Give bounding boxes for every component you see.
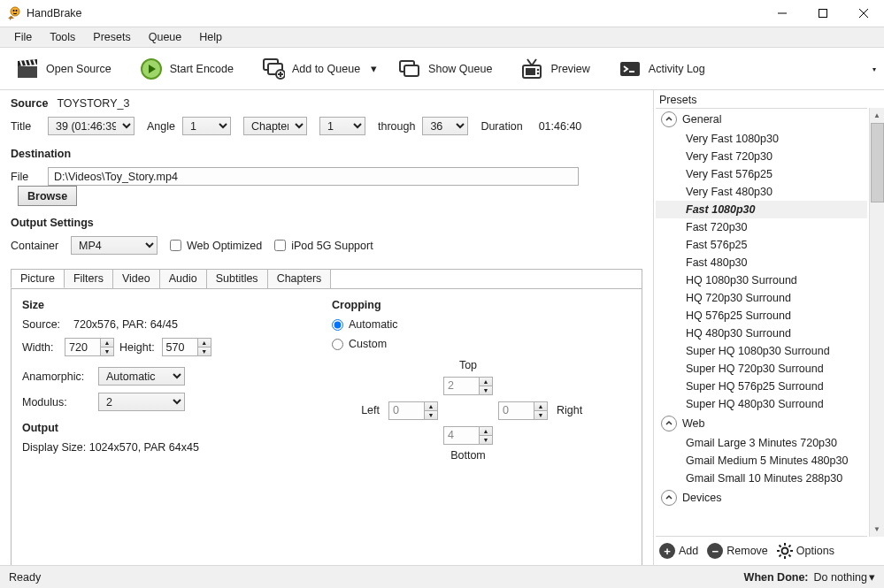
- preset-item[interactable]: HQ 1080p30 Surround: [656, 271, 867, 289]
- crop-bottom-stepper[interactable]: ▲▼: [443, 426, 493, 445]
- anamorphic-select[interactable]: Automatic: [98, 367, 185, 386]
- tab-picture[interactable]: Picture: [11, 269, 65, 288]
- dropdown-caret-icon[interactable]: ▾: [371, 62, 377, 75]
- preset-category-devices[interactable]: Devices: [656, 487, 867, 508]
- angle-select[interactable]: 1: [182, 117, 231, 135]
- height-label: Height:: [119, 341, 155, 354]
- width-label: Width:: [22, 341, 58, 354]
- crop-left-stepper[interactable]: ▲▼: [388, 401, 438, 420]
- clapperboard-icon: [16, 57, 39, 80]
- open-source-label: Open Source: [46, 63, 111, 75]
- collapse-icon[interactable]: [661, 490, 677, 506]
- duration-label: Duration: [480, 120, 522, 133]
- title-select[interactable]: 39 (01:46:39): [48, 117, 135, 135]
- tab-video[interactable]: Video: [112, 269, 160, 288]
- crop-top-stepper[interactable]: ▲▼: [443, 377, 493, 395]
- preset-item[interactable]: HQ 720p30 Surround: [656, 289, 867, 307]
- source-name: TOYSTORY_3: [57, 97, 129, 110]
- modulus-select[interactable]: 2: [98, 393, 185, 411]
- presets-scrollbar[interactable]: ▲ ▼: [869, 108, 884, 537]
- chapter-from-select[interactable]: 1: [319, 117, 365, 135]
- chapter-to-select[interactable]: 36: [422, 117, 468, 135]
- tab-chapters[interactable]: Chapters: [267, 269, 332, 288]
- preset-item[interactable]: Fast 1080p30: [656, 201, 867, 218]
- menu-tools[interactable]: Tools: [41, 29, 84, 45]
- collapse-icon[interactable]: [661, 416, 677, 431]
- menu-file[interactable]: File: [5, 29, 41, 45]
- src-dims-value: 720x576, PAR: 64/45: [73, 318, 178, 331]
- preset-item[interactable]: Super HQ 576p25 Surround: [656, 378, 867, 395]
- range-mode-select[interactable]: Chapters: [243, 117, 307, 135]
- presets-header: Presets: [654, 90, 884, 108]
- status-text: Ready: [9, 571, 41, 584]
- cropping-custom-radio[interactable]: Custom: [332, 338, 387, 350]
- activity-log-button[interactable]: Activity Log: [610, 54, 721, 84]
- container-select[interactable]: MP4: [71, 236, 158, 255]
- preset-item[interactable]: Fast 576p25: [656, 236, 867, 254]
- preset-item[interactable]: Super HQ 720p30 Surround: [656, 360, 867, 378]
- start-encode-button[interactable]: Start Encode: [131, 54, 250, 84]
- preset-item[interactable]: Gmail Large 3 Minutes 720p30: [656, 434, 867, 452]
- presets-tree[interactable]: GeneralVery Fast 1080p30Very Fast 720p30…: [656, 108, 867, 537]
- tab-audio[interactable]: Audio: [159, 269, 207, 288]
- tab-subtitles[interactable]: Subtitles: [206, 269, 268, 288]
- preset-item[interactable]: HQ 576p25 Surround: [656, 307, 867, 325]
- statusbar: Ready When Done: Do nothing▾: [0, 565, 884, 588]
- web-optimized-checkbox[interactable]: Web Optimized: [170, 240, 262, 252]
- menu-help[interactable]: Help: [190, 29, 231, 45]
- preset-item[interactable]: Fast 480p30: [656, 254, 867, 271]
- preset-item[interactable]: Very Fast 720p30: [656, 148, 867, 165]
- close-button[interactable]: [843, 0, 884, 27]
- preset-item[interactable]: Fast 720p30: [656, 218, 867, 236]
- preset-item[interactable]: Very Fast 576p25: [656, 165, 867, 183]
- toolbar-overflow-button[interactable]: ▾: [868, 53, 880, 85]
- when-done-select[interactable]: Do nothing▾: [814, 570, 875, 584]
- scroll-up-icon[interactable]: ▲: [870, 108, 884, 123]
- preset-item[interactable]: Gmail Medium 5 Minutes 480p30: [656, 452, 867, 470]
- preview-label: Preview: [550, 63, 589, 75]
- ipod-checkbox[interactable]: iPod 5G Support: [274, 240, 373, 252]
- crop-right-stepper[interactable]: ▲▼: [498, 401, 548, 420]
- preset-options-button[interactable]: Options: [777, 543, 834, 559]
- maximize-button[interactable]: [803, 0, 843, 27]
- file-input[interactable]: [48, 167, 579, 186]
- preset-category-general[interactable]: General: [656, 109, 867, 130]
- height-stepper[interactable]: ▲▼: [162, 338, 211, 356]
- preview-button[interactable]: Preview: [511, 54, 605, 84]
- output-heading: Output: [22, 422, 58, 434]
- source-label: Source: [11, 97, 48, 110]
- show-queue-button[interactable]: Show Queue: [389, 54, 508, 84]
- anamorphic-label: Anamorphic:: [22, 370, 91, 383]
- container-label: Container: [11, 240, 64, 252]
- preset-item[interactable]: Gmail Small 10 Minutes 288p30: [656, 470, 867, 487]
- tab-filters[interactable]: Filters: [64, 269, 113, 288]
- open-source-button[interactable]: Open Source: [7, 54, 127, 84]
- preset-add-button[interactable]: +Add: [659, 543, 698, 559]
- preset-item[interactable]: Super HQ 480p30 Surround: [656, 395, 867, 413]
- preset-item[interactable]: HQ 480p30 Surround: [656, 325, 867, 342]
- browse-button[interactable]: Browse: [18, 186, 77, 206]
- scroll-down-icon[interactable]: ▼: [870, 522, 884, 537]
- preset-remove-button[interactable]: −Remove: [707, 543, 768, 559]
- preset-item[interactable]: Super HQ 1080p30 Surround: [656, 342, 867, 360]
- crop-right-label: Right: [557, 404, 582, 416]
- width-stepper[interactable]: ▲▼: [65, 338, 114, 356]
- queue-icon: [398, 57, 421, 80]
- add-to-queue-button[interactable]: Add to Queue ▾: [253, 54, 386, 84]
- svg-point-1: [13, 10, 15, 11]
- preset-item[interactable]: Very Fast 1080p30: [656, 130, 867, 148]
- play-icon: [140, 57, 163, 80]
- minimize-button[interactable]: [762, 0, 803, 27]
- scroll-thumb[interactable]: [871, 123, 884, 202]
- svg-line-35: [779, 546, 780, 547]
- svg-line-36: [788, 554, 790, 556]
- menu-presets[interactable]: Presets: [84, 29, 139, 45]
- preset-item[interactable]: Very Fast 480p30: [656, 183, 867, 201]
- menu-queue[interactable]: Queue: [140, 29, 191, 45]
- collapse-icon[interactable]: [661, 111, 677, 127]
- preset-category-web[interactable]: Web: [656, 413, 867, 434]
- cropping-automatic-radio[interactable]: Automatic: [332, 318, 398, 331]
- angle-label: Angle: [147, 120, 175, 133]
- svg-line-38: [779, 554, 780, 556]
- terminal-icon: [619, 57, 642, 80]
